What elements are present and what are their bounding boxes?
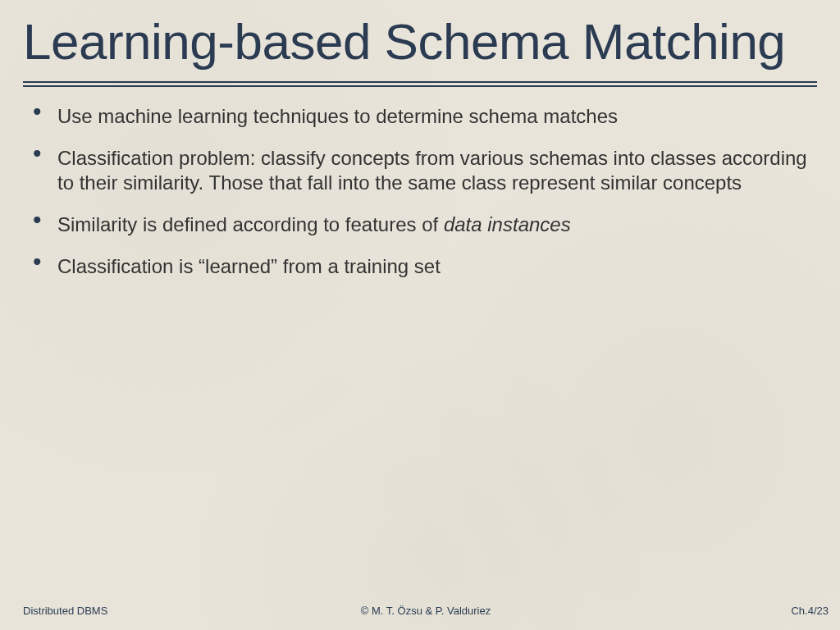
content-area: Use machine learning techniques to deter… — [23, 104, 817, 280]
footer: Distributed DBMS © M. T. Özsu & P. Valdu… — [23, 605, 829, 617]
bullet-item: Classification problem: classify concept… — [28, 146, 809, 196]
bullet-text: Classification is “learned” from a train… — [57, 255, 441, 277]
bullet-text: Classification problem: classify concept… — [57, 147, 807, 194]
bullet-text-prefix: Similarity is defined according to featu… — [57, 213, 444, 235]
bullet-list: Use machine learning techniques to deter… — [28, 104, 809, 280]
bullet-text-italic: data instances — [444, 213, 571, 235]
slide: Learning-based Schema Matching Use machi… — [0, 0, 840, 630]
footer-center: © M. T. Özsu & P. Valduriez — [361, 605, 491, 617]
footer-left: Distributed DBMS — [23, 605, 107, 617]
slide-title: Learning-based Schema Matching — [23, 15, 817, 70]
bullet-item: Classification is “learned” from a train… — [28, 254, 809, 280]
bullet-item: Similarity is defined according to featu… — [28, 212, 809, 238]
title-divider — [23, 81, 817, 86]
footer-page-number: Ch.4/23 — [791, 605, 829, 617]
bullet-text: Use machine learning techniques to deter… — [57, 105, 618, 127]
bullet-item: Use machine learning techniques to deter… — [28, 104, 809, 130]
